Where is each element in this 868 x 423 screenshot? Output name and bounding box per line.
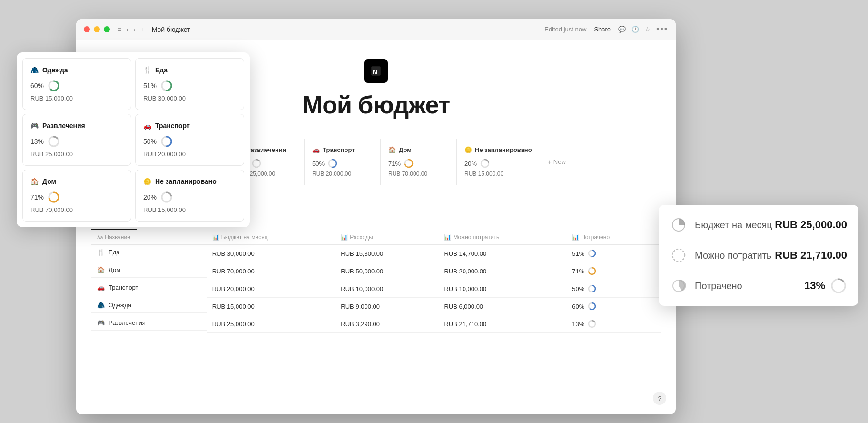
detail-label-spent: Потрачено (695, 281, 804, 292)
page-title-bar: Мой бюджет (152, 26, 190, 33)
close-button[interactable] (84, 26, 90, 32)
toolbar-icons: 💬 🕐 ☆ ••• (618, 24, 668, 34)
table-progress (587, 302, 597, 311)
col-expenses: 📊 Расходы (335, 230, 438, 245)
hamburger-icon[interactable]: ≡ (118, 26, 121, 33)
nezaplan-icon: 🪙 (464, 146, 472, 153)
cell-expenses: RUB 10,000.00 (335, 280, 438, 298)
minimize-button[interactable] (94, 26, 100, 32)
row-icon: 🧥 (97, 302, 105, 309)
budget-pie-icon (670, 216, 687, 233)
new-gallery-button[interactable]: + New (540, 139, 573, 185)
progress-transport (327, 158, 338, 169)
cell-canspend: RUB 21,710.00 (438, 315, 566, 333)
detail-label-budget: Бюджет на месяц (695, 220, 775, 231)
progress-dom (404, 158, 414, 169)
row-icon: 🎮 (97, 319, 105, 326)
table-row[interactable]: 🏠 Дом RUB 70,000.00 RUB 50,000.00 RUB 20… (91, 262, 661, 280)
gallery-card-title-nezaplan: 🪙 Не запланировано (464, 146, 532, 153)
col-budget: 📊 Бюджет на месяц (207, 230, 335, 245)
share-button[interactable]: Share (594, 26, 611, 33)
gallery-card-percent-transport: 50% (312, 158, 373, 169)
forward-icon[interactable]: › (133, 26, 136, 33)
gallery-card-title-transport: 🚗 Транспорт (312, 146, 373, 153)
cell-budget: RUB 20,000.00 (207, 280, 335, 298)
popup-eda-icon: 🍴 (143, 66, 151, 74)
col-can-spend: 📊 Можно потратить (438, 230, 566, 245)
cell-spent: 60% (566, 298, 661, 315)
back-icon[interactable]: ‹ (126, 26, 128, 33)
traffic-lights (84, 26, 110, 32)
transport-icon: 🚗 (312, 146, 320, 153)
popup-transport-icon: 🚗 (143, 122, 151, 130)
cell-spent: 50% (566, 280, 661, 298)
gallery-card-amount-nezaplan: RUB 15,000.00 (464, 171, 532, 177)
category-popup: 🧥 Одежда 60% RUB 15,000.00 🍴 Еда 51% (17, 52, 250, 227)
gallery-card-nezaplan[interactable]: 🪙 Не запланировано 20% RUB 15,000.00 (457, 139, 540, 185)
cell-canspend: RUB 20,000.00 (438, 262, 566, 280)
popup-card-odezhda[interactable]: 🧥 Одежда 60% RUB 15,000.00 (22, 58, 131, 110)
cell-spent: 71% (566, 262, 661, 280)
gallery-card-percent-nezaplan: 20% (464, 158, 532, 169)
table-row[interactable]: 🎮 Развлечения RUB 25,000.00 RUB 3,290.00… (91, 315, 661, 333)
detail-value-spent: 13% (804, 277, 847, 294)
popup-card-transport[interactable]: 🚗 Транспорт 50% RUB 20,000.00 (135, 114, 244, 166)
gallery-card-transport[interactable]: 🚗 Транспорт 50% RUB 20,000.00 (305, 139, 381, 185)
table-progress (587, 319, 597, 329)
popup-progress-odezhda (48, 80, 60, 92)
popup-card-razvl[interactable]: 🎮 Развлечения 13% RUB 25,000.00 (22, 114, 131, 166)
table-row[interactable]: 🧥 Одежда RUB 15,000.00 RUB 9,000.00 RUB … (91, 298, 661, 315)
canspend-circle-icon (670, 247, 687, 264)
more-icon[interactable]: ••• (656, 24, 668, 34)
table-progress (587, 266, 597, 276)
popup-odezhda-icon: 🧥 (30, 66, 39, 74)
popup-razvl-icon: 🎮 (30, 122, 39, 130)
plus-icon: + (548, 158, 552, 166)
cell-budget: RUB 70,000.00 (207, 262, 335, 280)
popup-progress-transport (160, 135, 173, 148)
clock-icon[interactable]: 🕐 (631, 26, 639, 33)
help-button[interactable]: ? (653, 392, 666, 405)
popup-progress-dom (48, 191, 60, 203)
comment-icon[interactable]: 💬 (618, 26, 626, 33)
cell-budget: RUB 25,000.00 (207, 315, 335, 333)
table-progress (587, 249, 597, 258)
popup-card-nezaplan[interactable]: 🪙 Не запланировано 20% RUB 15,000.00 (135, 170, 244, 222)
dom-icon: 🏠 (388, 146, 396, 153)
spent-col-icon: 📊 (572, 234, 579, 241)
star-icon[interactable]: ☆ (645, 26, 651, 33)
cell-name: 🧥 Одежда (91, 298, 207, 313)
gallery-card-dom[interactable]: 🏠 Дом 71% RUB 70,000.00 (381, 139, 457, 185)
detail-row-canspend: Можно потратить RUB 21,710.00 (670, 247, 847, 264)
canspend-col-icon: 📊 (444, 234, 451, 241)
detail-popup: Бюджет на месяц RUB 25,000.00 Можно потр… (659, 205, 858, 306)
popup-card-dom[interactable]: 🏠 Дом 71% RUB 70,000.00 (22, 170, 131, 222)
popup-card-eda[interactable]: 🍴 Еда 51% RUB 30,000.00 (135, 58, 244, 110)
cell-name: 🎮 Развлечения (91, 315, 207, 331)
detail-row-budget: Бюджет на месяц RUB 25,000.00 (670, 216, 847, 233)
cell-canspend: RUB 14,700.00 (438, 245, 566, 262)
expenses-col-icon: 📊 (341, 234, 348, 241)
nav-icons: ≡ ‹ › + (118, 26, 144, 33)
detail-value-canspend: RUB 21,710.00 (775, 249, 847, 262)
budget-col-icon: 📊 (212, 234, 219, 241)
popup-dom-icon: 🏠 (30, 178, 39, 185)
detail-row-spent: Потрачено 13% (670, 277, 847, 294)
add-icon[interactable]: + (140, 26, 144, 33)
table-progress (587, 284, 597, 293)
col-name: Aa Название (91, 230, 207, 245)
gallery-card-title-dom: 🏠 Дом (388, 146, 449, 153)
maximize-button[interactable] (104, 26, 110, 32)
table-row[interactable]: 🍴 Еда RUB 30,000.00 RUB 15,300.00 RUB 14… (91, 245, 661, 262)
titlebar-right: Edited just now Share 💬 🕐 ☆ ••• (544, 24, 668, 34)
detail-label-canspend: Можно потратить (695, 250, 775, 261)
detail-value-budget: RUB 25,000.00 (775, 219, 847, 231)
row-icon: 🍴 (97, 249, 105, 256)
text-icon: Aa (97, 235, 103, 240)
row-icon: 🚗 (97, 284, 105, 291)
row-icon: 🏠 (97, 266, 105, 273)
cell-name: 🚗 Транспорт (91, 280, 207, 295)
table-row[interactable]: 🚗 Транспорт RUB 20,000.00 RUB 10,000.00 … (91, 280, 661, 298)
svg-text:N: N (372, 68, 377, 76)
titlebar: ≡ ‹ › + Мой бюджет Edited just now Share… (76, 19, 676, 40)
